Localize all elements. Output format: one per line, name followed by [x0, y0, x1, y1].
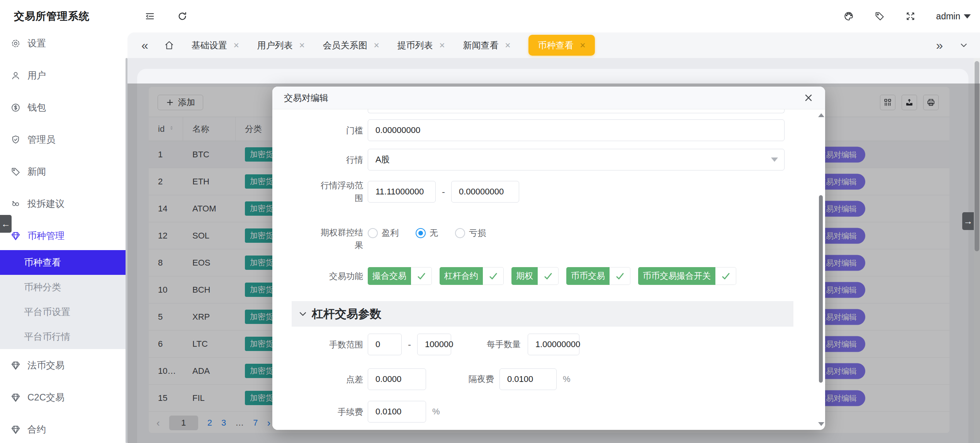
sidebar-item-合约[interactable]: 合约: [0, 419, 127, 440]
tab-会员关系图[interactable]: 会员关系图✕: [323, 39, 380, 51]
tab-币种查看[interactable]: 币种查看✕: [528, 35, 595, 56]
sidebar-item-设置[interactable]: 设置: [0, 32, 127, 54]
float-range-row: 行情浮动范围 11.11000000 - 0.00000000: [318, 179, 825, 204]
check-icon[interactable]: [610, 267, 630, 285]
check-icon[interactable]: [538, 267, 559, 285]
sidebar-item-投拆建议[interactable]: 投拆建议: [0, 193, 127, 215]
tab-close-icon[interactable]: ✕: [439, 41, 445, 50]
radio-circle-icon[interactable]: [455, 228, 465, 238]
threshold-input[interactable]: 0.00000000: [368, 119, 785, 141]
radio-circle-icon[interactable]: [368, 228, 378, 238]
home-icon[interactable]: [164, 40, 175, 51]
submenu: 币种查看币种分类平台币设置平台币行情: [0, 250, 127, 349]
radio-盈利[interactable]: 盈利: [368, 227, 399, 239]
tab-close-icon[interactable]: ✕: [233, 41, 239, 50]
section-title: 杠杆交易参数: [312, 306, 381, 322]
wallet-icon: [10, 102, 21, 113]
feature-label: 期权: [511, 267, 538, 285]
tabs-scroll-right-icon[interactable]: »: [936, 39, 943, 51]
tab-label: 会员关系图: [323, 39, 367, 51]
radio-circle-icon[interactable]: [416, 228, 426, 238]
fee-row: 手续费 0.0100 %: [318, 401, 825, 423]
sidebar-collapse-icon[interactable]: [144, 0, 155, 32]
sidebar-subitem-币种分类[interactable]: 币种分类: [0, 275, 127, 300]
sidebar-nav: 设置用户钱包管理员新闻投拆建议币种管理币种查看币种分类平台币设置平台币行情法币交…: [0, 32, 127, 440]
close-icon[interactable]: [803, 93, 814, 103]
overnight-input[interactable]: 0.0100: [499, 368, 557, 390]
scroll-up-icon[interactable]: [818, 113, 824, 117]
tab-label: 基础设置: [192, 39, 227, 51]
sidebar-item-C2C交易[interactable]: C2C交易: [0, 387, 127, 408]
sidebar-item-label: 新闻: [27, 165, 46, 178]
topbar-actions: admin: [843, 0, 971, 32]
tabs-menu-chevron-icon[interactable]: [959, 41, 968, 50]
float-range-label: 行情浮动范围: [318, 179, 363, 204]
lots-max-input[interactable]: 100000: [417, 334, 451, 355]
panel-collapse-right-handle[interactable]: →: [962, 212, 974, 230]
sidebar-item-用户[interactable]: 用户: [0, 65, 127, 86]
threshold-label: 门槛: [318, 124, 363, 137]
tab-close-icon[interactable]: ✕: [299, 41, 305, 50]
float-max-input[interactable]: 0.00000000: [451, 181, 519, 203]
tabs: 基础设置✕用户列表✕会员关系图✕提币列表✕新闻查看✕币种查看✕: [192, 35, 595, 56]
per-lot-input[interactable]: 1.00000000: [528, 334, 579, 355]
radio-亏损[interactable]: 亏损: [455, 227, 486, 239]
sidebar-item-钱包[interactable]: 钱包: [0, 97, 127, 118]
threshold-field-row: 门槛 0.00000000: [318, 119, 825, 141]
per-lot-label: 每手数量: [487, 339, 521, 350]
sidebar-item-管理员[interactable]: 管理员: [0, 129, 127, 150]
section-chevron-icon: [298, 309, 308, 319]
panel-collapse-left-handle[interactable]: ←: [0, 215, 12, 233]
option-control-row: 期权群控结果 盈利无亏损: [318, 226, 825, 252]
tab-close-icon[interactable]: ✕: [374, 41, 380, 50]
check-icon[interactable]: [483, 267, 504, 285]
tabs-scroll-left-icon[interactable]: «: [141, 39, 148, 51]
username: admin: [936, 11, 960, 22]
spread-input[interactable]: 0.0000: [368, 368, 426, 390]
market-select[interactable]: A股: [368, 149, 785, 170]
lots-separator: -: [408, 339, 411, 350]
fee-unit: %: [432, 407, 440, 417]
radio-label: 盈利: [382, 227, 399, 239]
dialog-title: 交易对编辑: [284, 92, 328, 104]
refresh-icon[interactable]: [177, 0, 188, 32]
tab-bar: « 基础设置✕用户列表✕会员关系图✕提币列表✕新闻查看✕币种查看✕ »: [127, 32, 980, 58]
clipped-input[interactable]: [368, 109, 785, 113]
tab-新闻查看[interactable]: 新闻查看✕: [463, 39, 511, 51]
tab-用户列表[interactable]: 用户列表✕: [257, 39, 305, 51]
feature-toggle-杠杆合约[interactable]: 杠杆合约: [440, 267, 504, 285]
tab-基础设置[interactable]: 基础设置✕: [192, 39, 239, 51]
sidebar-subitem-平台币设置[interactable]: 平台币设置: [0, 300, 127, 324]
lots-min-input[interactable]: 0: [368, 334, 402, 355]
tab-close-icon[interactable]: ✕: [504, 41, 511, 50]
gear-icon: [10, 38, 21, 49]
market-label: 行情: [318, 153, 363, 166]
tab-提币列表[interactable]: 提币列表✕: [397, 39, 445, 51]
scroll-down-icon[interactable]: [818, 422, 824, 426]
check-icon[interactable]: [715, 267, 736, 285]
dialog-scrollbar-thumb[interactable]: [819, 195, 823, 383]
tab-label: 用户列表: [257, 39, 293, 51]
sidebar-item-币种管理[interactable]: 币种管理: [0, 225, 127, 247]
float-min-input[interactable]: 11.11000000: [368, 181, 436, 203]
dialog-scrollbar[interactable]: [818, 109, 824, 430]
tab-label: 提币列表: [397, 39, 433, 51]
leverage-section-header[interactable]: 杠杆交易参数: [292, 301, 793, 327]
check-icon[interactable]: [411, 267, 432, 285]
tag-icon[interactable]: [874, 11, 885, 22]
sidebar-subitem-币种查看[interactable]: 币种查看: [0, 250, 127, 275]
feature-toggle-撮合交易[interactable]: 撮合交易: [368, 267, 432, 285]
spread-row: 点差 0.0000 隔夜费 0.0100 %: [318, 368, 825, 390]
user-menu[interactable]: admin: [936, 11, 971, 22]
feature-toggle-币币交易撮合开关[interactable]: 币币交易撮合开关: [638, 267, 736, 285]
fullscreen-icon[interactable]: [905, 11, 916, 22]
sidebar-item-新闻[interactable]: 新闻: [0, 161, 127, 182]
tab-close-icon[interactable]: ✕: [579, 41, 586, 50]
radio-无[interactable]: 无: [416, 227, 438, 239]
theme-palette-icon[interactable]: [843, 11, 854, 22]
sidebar-subitem-平台币行情[interactable]: 平台币行情: [0, 324, 127, 349]
fee-input[interactable]: 0.0100: [368, 401, 426, 423]
sidebar-item-法币交易[interactable]: 法币交易: [0, 354, 127, 376]
feature-toggle-期权[interactable]: 期权: [511, 267, 559, 285]
feature-toggle-币币交易[interactable]: 币币交易: [566, 267, 630, 285]
